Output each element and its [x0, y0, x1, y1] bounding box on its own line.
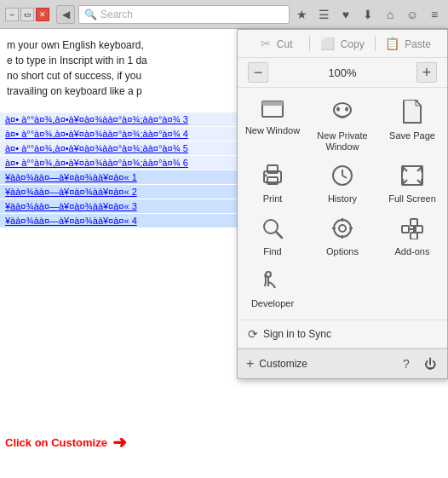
- print-label: Print: [263, 193, 283, 204]
- zoom-in-button[interactable]: +: [416, 62, 437, 83]
- zoom-out-button[interactable]: −: [248, 62, 268, 83]
- full-screen-icon: [400, 164, 424, 190]
- main-area: m your own English keyboard, e to type i…: [0, 29, 448, 478]
- new-private-window-icon: [330, 100, 354, 127]
- svg-rect-27: [416, 226, 422, 233]
- options-button[interactable]: Options: [307, 210, 377, 262]
- svg-rect-1: [262, 101, 283, 106]
- sign-in-text: Sign in to Sync: [263, 328, 331, 340]
- paste-button[interactable]: 📋 Paste: [376, 35, 440, 52]
- history-icon: [331, 164, 353, 190]
- developer-icon: [261, 269, 284, 295]
- save-page-label: Save Page: [389, 130, 435, 141]
- customize-label[interactable]: Customize: [259, 358, 393, 370]
- sign-in-icon: ⟳: [248, 327, 258, 341]
- history-label: History: [328, 193, 357, 204]
- svg-point-31: [266, 272, 271, 277]
- maximize-button[interactable]: ▭: [20, 8, 34, 21]
- add-ons-button[interactable]: Add-ons: [377, 210, 447, 262]
- icon-grid: New Window New PrivateWindow Save Page: [238, 88, 447, 320]
- cut-icon: ✂: [261, 37, 271, 50]
- copy-label: Copy: [341, 38, 365, 50]
- profile-icon[interactable]: ☺: [404, 6, 421, 23]
- customize-row: + Customize ? ⏻: [238, 348, 447, 378]
- back-button[interactable]: ◀: [56, 5, 75, 24]
- zoom-row: − 100% +: [238, 58, 447, 88]
- search-bar[interactable]: 🔍 Search: [78, 5, 290, 24]
- options-icon: [331, 217, 353, 243]
- copy-button[interactable]: ⬜ Copy: [310, 35, 375, 52]
- zoom-value: 100%: [268, 66, 416, 79]
- close-button[interactable]: ✕: [36, 8, 49, 21]
- svg-point-20: [334, 220, 351, 237]
- copy-icon: ⬜: [320, 37, 335, 50]
- power-button[interactable]: ⏻: [422, 355, 439, 372]
- download-icon[interactable]: ⬇: [359, 6, 376, 23]
- svg-rect-26: [411, 219, 417, 226]
- find-icon: [261, 217, 284, 243]
- bottom-label: Click on Customize ➜: [5, 432, 127, 452]
- arrow-icon: ➜: [112, 432, 127, 452]
- svg-point-12: [265, 175, 267, 177]
- toolbar-icons: ★ ☰ ♥ ⬇ ⌂ ☺ ≡: [293, 6, 443, 23]
- zoom-plus-icon: +: [422, 64, 432, 82]
- cut-label: Cut: [277, 38, 293, 50]
- customize-plus-icon: +: [246, 356, 254, 371]
- search-icon: 🔍: [84, 9, 97, 20]
- options-label: Options: [326, 246, 359, 257]
- home-icon[interactable]: ⌂: [382, 6, 399, 23]
- browser-toolbar: – ▭ ✕ ◀ 🔍 Search ★ ☰ ♥ ⬇ ⌂ ☺ ≡: [0, 0, 448, 29]
- minimize-button[interactable]: –: [5, 8, 19, 21]
- customize-instruction-text: Click on Customize: [5, 436, 107, 449]
- svg-point-3: [336, 107, 340, 112]
- customize-right-actions: ? ⏻: [398, 355, 439, 372]
- developer-button[interactable]: Developer: [238, 262, 307, 314]
- add-ons-icon: [400, 217, 424, 243]
- new-window-button[interactable]: New Window: [238, 93, 307, 158]
- svg-rect-25: [402, 226, 409, 233]
- full-screen-label: Full Screen: [388, 193, 436, 204]
- developer-label: Developer: [251, 298, 294, 309]
- full-screen-button[interactable]: Full Screen: [377, 158, 447, 210]
- search-placeholder: Search: [101, 9, 133, 20]
- pocket-icon[interactable]: ♥: [337, 6, 354, 23]
- add-ons-label: Add-ons: [395, 246, 430, 257]
- help-button[interactable]: ?: [398, 355, 415, 372]
- save-page-icon: [402, 100, 422, 127]
- new-private-window-label: New PrivateWindow: [317, 130, 367, 153]
- cut-button[interactable]: ✂ Cut: [244, 35, 309, 52]
- zoom-minus-icon: −: [254, 64, 263, 82]
- save-page-button[interactable]: Save Page: [377, 93, 447, 158]
- new-private-window-button[interactable]: New PrivateWindow: [307, 93, 377, 158]
- history-button[interactable]: History: [307, 158, 377, 210]
- print-button[interactable]: Print: [238, 158, 307, 210]
- edit-row: ✂ Cut ⬜ Copy 📋 Paste: [238, 30, 447, 58]
- new-window-icon: [261, 100, 284, 122]
- find-label: Find: [263, 246, 281, 257]
- svg-line-18: [276, 232, 282, 238]
- svg-point-4: [345, 107, 348, 112]
- menu-icon[interactable]: ≡: [426, 6, 443, 23]
- find-button[interactable]: Find: [238, 210, 307, 262]
- dropdown-menu: ✂ Cut ⬜ Copy 📋 Paste − 100% +: [237, 29, 448, 379]
- new-window-label: New Window: [245, 125, 300, 136]
- svg-point-19: [339, 225, 346, 232]
- bookmarks-icon[interactable]: ☰: [315, 6, 332, 23]
- svg-point-2: [334, 103, 351, 117]
- svg-line-15: [342, 176, 347, 178]
- print-icon: [261, 164, 284, 190]
- sign-in-row[interactable]: ⟳ Sign in to Sync: [238, 320, 447, 348]
- svg-rect-28: [411, 233, 417, 239]
- window-controls: – ▭ ✕: [5, 8, 49, 21]
- paste-label: Paste: [405, 38, 431, 50]
- paste-icon: 📋: [385, 37, 399, 50]
- bookmark-star-icon[interactable]: ★: [293, 6, 310, 23]
